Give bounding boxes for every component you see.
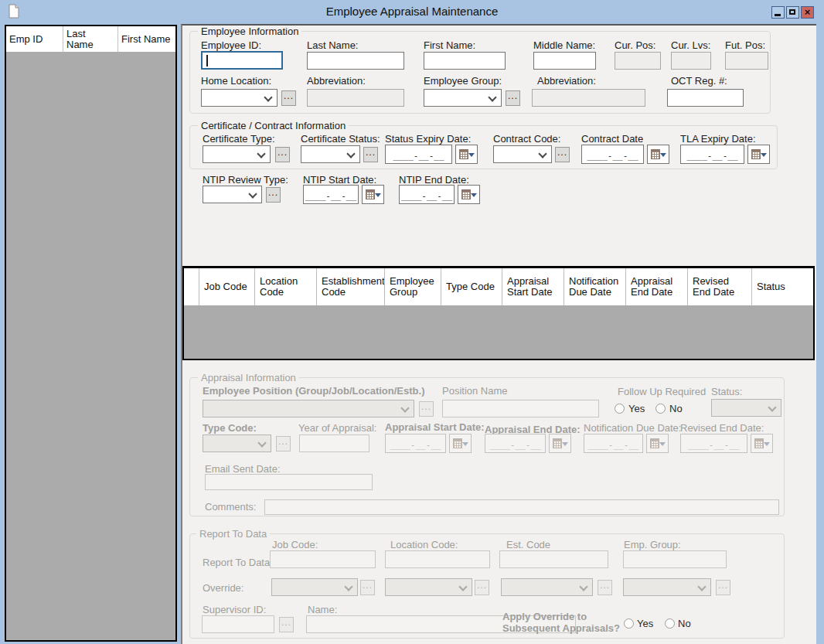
- grid-column-job-code[interactable]: Job Code: [199, 268, 255, 305]
- first-name-input[interactable]: [424, 52, 506, 70]
- fut-pos-field[interactable]: [725, 52, 768, 70]
- abbreviation2-field[interactable]: [532, 89, 645, 107]
- maximize-button[interactable]: [786, 6, 799, 19]
- contract-code-select[interactable]: [493, 145, 552, 163]
- override-job-code-browse-button[interactable]: ...: [360, 580, 375, 595]
- employee-position-browse-button[interactable]: ...: [419, 401, 434, 417]
- comments-field[interactable]: [264, 499, 779, 515]
- oct-reg-input[interactable]: [667, 89, 744, 107]
- grid-column-revised-end-date[interactable]: Revised End Date: [688, 268, 752, 305]
- home-location-label: Home Location:: [201, 75, 271, 87]
- certificate-status-label: Certificate Status:: [301, 133, 380, 145]
- certificate-status-select[interactable]: [301, 145, 360, 163]
- override-est-code-browse-button[interactable]: ...: [598, 580, 612, 595]
- report-emp-group-field[interactable]: [623, 550, 727, 568]
- status-expiry-calendar-button[interactable]: [455, 145, 478, 164]
- appraisal-grid-body[interactable]: [184, 305, 813, 359]
- grid-column-type-code[interactable]: Type Code: [441, 268, 502, 305]
- ntip-review-type-select[interactable]: [203, 186, 262, 203]
- tla-expiry-date-field: ____-__-__: [680, 145, 770, 164]
- report-location-code-label: Location Code:: [390, 539, 458, 550]
- grid-column-location-code[interactable]: Location Code: [255, 268, 317, 305]
- type-code-browse-button[interactable]: ...: [276, 436, 291, 451]
- override-location-code-browse-button[interactable]: ...: [475, 580, 489, 595]
- position-name-field[interactable]: [442, 400, 599, 417]
- employee-position-select[interactable]: [203, 400, 414, 417]
- apply-override-no-radio[interactable]: [665, 618, 675, 629]
- grid-column-selector[interactable]: [184, 268, 199, 305]
- appraisal-start-calendar-button[interactable]: [449, 434, 472, 453]
- revised-end-date-field: ____-__-__: [680, 434, 773, 453]
- last-name-label: Last Name:: [307, 39, 358, 51]
- ntip-start-calendar-button[interactable]: [362, 185, 384, 204]
- close-button[interactable]: ×: [801, 6, 814, 19]
- notification-due-date-input[interactable]: ____-__-__: [584, 434, 643, 453]
- report-est-code-field[interactable]: [499, 550, 608, 568]
- tla-expiry-calendar-button[interactable]: [747, 145, 770, 164]
- grid-column-appraisal-start-date[interactable]: Appraisal Start Date: [502, 268, 564, 305]
- grid-column-notification-due-date[interactable]: Notification Due Date: [564, 268, 626, 305]
- chevron-down-icon: [264, 93, 272, 101]
- middle-name-input[interactable]: [533, 52, 596, 70]
- notification-due-calendar-button[interactable]: [646, 434, 669, 453]
- follow-up-yes-radio[interactable]: [615, 404, 625, 414]
- window-titlebar[interactable]: Employee Appraisal Maintenance ×: [0, 0, 824, 23]
- abbreviation-field[interactable]: [307, 89, 404, 107]
- appraisal-status-select[interactable]: [711, 399, 781, 417]
- report-location-code-field[interactable]: [385, 550, 490, 568]
- appraisal-end-date-input[interactable]: ____-__-__: [485, 434, 546, 453]
- ntip-end-calendar-button[interactable]: [458, 185, 480, 204]
- employee-group-select[interactable]: [424, 89, 502, 107]
- grid-column-employee-group[interactable]: Employee Group: [385, 268, 441, 305]
- year-of-appraisal-field[interactable]: [299, 434, 369, 452]
- contract-date-input[interactable]: ____-__-__: [581, 145, 644, 164]
- appraisal-start-date-input[interactable]: ____-__-__: [385, 434, 446, 453]
- email-sent-date-field[interactable]: [205, 474, 373, 490]
- employee-id-input[interactable]: [201, 51, 283, 70]
- contract-code-browse-button[interactable]: ...: [555, 147, 570, 162]
- list-column-emp-id[interactable]: Emp ID: [6, 26, 63, 52]
- minimize-button[interactable]: [771, 6, 785, 19]
- last-name-input[interactable]: [307, 52, 404, 70]
- chevron-down-icon: [697, 582, 706, 591]
- list-column-last-name[interactable]: Last Name: [63, 26, 118, 52]
- contract-date-calendar-button[interactable]: [647, 145, 669, 164]
- grid-column-establishment-code[interactable]: Establishment Code: [317, 268, 385, 305]
- ntip-end-date-input[interactable]: ____-__-__: [399, 185, 455, 204]
- home-location-browse-button[interactable]: ...: [281, 90, 296, 106]
- calendar-icon: [461, 189, 471, 199]
- ntip-review-type-browse-button[interactable]: ...: [266, 187, 281, 203]
- revised-end-date-input[interactable]: ____-__-__: [680, 434, 747, 453]
- grid-column-appraisal-end-date[interactable]: Appraisal End Date: [626, 268, 688, 305]
- override-location-code-select[interactable]: [385, 578, 472, 596]
- type-code-select[interactable]: [203, 434, 271, 452]
- cur-lvs-field[interactable]: [671, 52, 711, 70]
- override-emp-group-select[interactable]: [623, 578, 711, 596]
- status-expiry-date-input[interactable]: ____-__-__: [385, 145, 452, 164]
- revised-end-calendar-button[interactable]: [751, 434, 773, 453]
- status-expiry-date-field: ____-__-__: [385, 145, 478, 164]
- employee-list-body[interactable]: [6, 52, 175, 640]
- report-job-code-field[interactable]: [270, 550, 376, 568]
- follow-up-no-radio[interactable]: [655, 404, 666, 414]
- override-emp-group-browse-button[interactable]: ...: [716, 580, 730, 595]
- appraisal-end-date-field: ____-__-__: [485, 434, 571, 453]
- home-location-select[interactable]: [201, 89, 278, 107]
- appraisal-end-calendar-button[interactable]: [549, 434, 571, 453]
- override-est-code-select[interactable]: [501, 578, 593, 596]
- cur-pos-field[interactable]: [615, 52, 661, 70]
- employee-group-browse-button[interactable]: ...: [506, 90, 520, 106]
- tla-expiry-date-input[interactable]: ____-__-__: [680, 145, 744, 164]
- apply-override-yes-radio[interactable]: [624, 618, 634, 629]
- list-column-first-name[interactable]: First Name: [118, 26, 175, 52]
- supervisor-id-field[interactable]: [202, 615, 274, 633]
- grid-column-status[interactable]: Status: [752, 268, 813, 305]
- certificate-type-browse-button[interactable]: ...: [275, 147, 290, 162]
- certificate-status-browse-button[interactable]: ...: [363, 147, 378, 162]
- certificate-type-select[interactable]: [203, 145, 271, 163]
- supervisor-id-browse-button[interactable]: ...: [279, 617, 294, 632]
- appraisal-start-date-label: Appraisal Start Date:: [385, 421, 485, 433]
- chevron-down-icon: [488, 93, 496, 101]
- ntip-start-date-input[interactable]: ____-__-__: [303, 185, 359, 204]
- override-job-code-select[interactable]: [271, 578, 358, 596]
